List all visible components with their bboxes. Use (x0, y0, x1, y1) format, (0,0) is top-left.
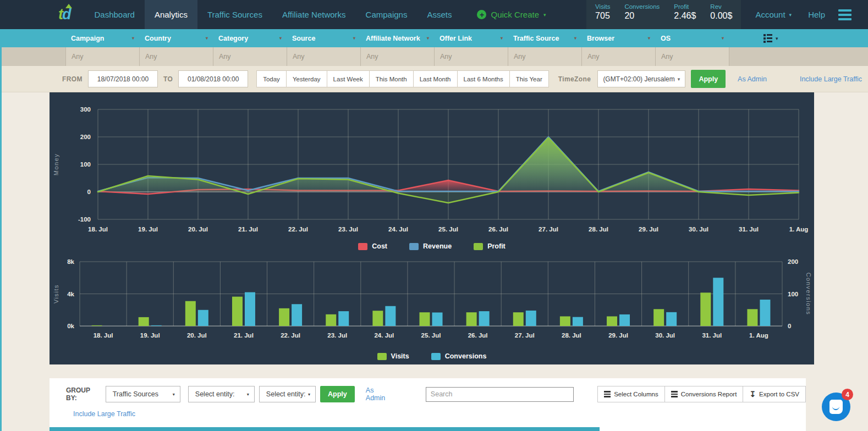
filter-column-header[interactable]: Browser ▾ (582, 35, 656, 42)
brand-logo-icon[interactable]: t d (58, 0, 70, 29)
groupby-include-large-traffic-link[interactable]: Include Large Traffic (73, 410, 135, 418)
filter-column-label: OS (661, 35, 671, 42)
include-large-traffic-link[interactable]: Include Large Traffic (800, 75, 862, 83)
filter-column-header[interactable]: Traffic Source ▾ (508, 35, 582, 42)
filter-column-header[interactable]: OS ▾ (656, 35, 729, 42)
sort-caret-icon: ▾ (501, 36, 503, 41)
nav-item[interactable]: Assets (417, 0, 462, 29)
svg-text:0k: 0k (67, 323, 74, 329)
sort-caret-icon: ▾ (574, 36, 576, 41)
date-to-input[interactable] (178, 70, 248, 87)
apply-button[interactable]: Apply (691, 70, 726, 88)
groupby-select-2-value: Select entity: (195, 390, 235, 398)
stat-label: Visits (595, 3, 610, 10)
chevron-down-icon: ▾ (776, 36, 778, 41)
groupby-as-admin-link[interactable]: As Admin (366, 386, 392, 402)
money-area-chart[interactable]: 3002001000-10018. Jul19. Jul20. Jul21. J… (50, 92, 814, 236)
filter-column-header[interactable]: Offer Link ▾ (435, 35, 508, 42)
quick-range-button[interactable]: This Month (369, 70, 414, 87)
visits-conversions-bar-chart[interactable]: 0k4k8k010020018. Jul19. Jul20. Jul21. Ju… (50, 254, 814, 346)
quick-range-button[interactable]: Last 6 Months (457, 70, 510, 87)
filter-column-header[interactable]: Country ▾ (140, 35, 213, 42)
svg-text:24. Jul: 24. Jul (374, 332, 394, 339)
filter-any-input[interactable] (582, 47, 655, 66)
svg-text:31. Jul: 31. Jul (739, 226, 759, 233)
legend-item[interactable]: Profit (474, 242, 506, 250)
legend-item[interactable]: Revenue (409, 242, 452, 250)
select-columns-button[interactable]: Select Columns (597, 386, 665, 402)
legend-item[interactable]: Cost (358, 242, 387, 250)
svg-text:18. Jul: 18. Jul (88, 226, 108, 233)
export-csv-button[interactable]: ↧ Export to CSV (743, 386, 806, 402)
chat-notification-badge: 4 (842, 389, 853, 400)
filter-column-header[interactable]: Campaign ▾ (66, 35, 140, 42)
charts-panel: 3002001000-10018. Jul19. Jul20. Jul21. J… (50, 92, 814, 364)
filter-any-input[interactable] (508, 47, 581, 66)
svg-text:Visits: Visits (53, 284, 59, 303)
legend-item[interactable]: Conversions (431, 352, 487, 360)
svg-text:23. Jul: 23. Jul (338, 226, 358, 233)
filter-column-header[interactable]: Source ▾ (287, 35, 361, 42)
svg-text:25. Jul: 25. Jul (438, 226, 458, 233)
groupby-select-1[interactable]: Traffic Sources ▾ (106, 386, 180, 402)
filter-input-cell (656, 47, 729, 66)
groupby-select-3[interactable]: Select entity: ▾ (259, 386, 316, 402)
svg-text:30. Jul: 30. Jul (655, 332, 675, 339)
filter-any-input[interactable] (435, 47, 508, 66)
date-from-input[interactable] (88, 70, 158, 87)
timezone-select[interactable]: (GMT+02:00) Jerusalem ▾ (597, 70, 685, 87)
svg-text:8k: 8k (67, 258, 74, 265)
filter-column-header[interactable]: Affiliate Network ▾ (361, 35, 435, 42)
filter-any-input[interactable] (66, 47, 139, 66)
stat-item: Rev 0.00$ (710, 3, 732, 21)
table-action-buttons: Select Columns Conversions Report ↧ Expo… (598, 386, 806, 402)
nav-item[interactable]: Dashboard (85, 0, 145, 29)
quick-range-button[interactable]: Last Week (327, 70, 370, 87)
account-label: Account (755, 10, 785, 19)
svg-text:23. Jul: 23. Jul (327, 332, 347, 339)
svg-text:300: 300 (80, 106, 91, 113)
filter-any-input[interactable] (361, 47, 434, 66)
quick-range-button[interactable]: Today (256, 70, 287, 87)
svg-text:0: 0 (788, 323, 791, 329)
legend-item[interactable]: Visits (377, 352, 409, 360)
filter-column-label: Country (145, 35, 171, 42)
filter-input-cell (582, 47, 656, 66)
help-link[interactable]: Help (808, 0, 825, 29)
filter-any-input[interactable] (140, 47, 213, 66)
filter-any-input[interactable] (213, 47, 287, 66)
to-label: TO (163, 75, 173, 83)
svg-text:100: 100 (788, 291, 798, 297)
nav-item[interactable]: Traffic Sources (197, 0, 272, 29)
legend-color-swatch (409, 243, 419, 250)
chat-widget-button[interactable]: 4 (822, 393, 850, 421)
as-admin-link[interactable]: As Admin (738, 75, 767, 83)
chevron-down-icon: ▾ (789, 12, 792, 18)
list-columns-icon (763, 34, 772, 43)
legend-color-swatch (358, 243, 367, 250)
svg-text:-100: -100 (78, 216, 91, 223)
filter-any-input[interactable] (287, 47, 360, 66)
logo-triangle-icon (65, 4, 72, 8)
filter-column-header[interactable]: Category ▾ (213, 35, 287, 42)
logo-letter-d: d (62, 6, 70, 23)
account-menu[interactable]: Account ▾ (755, 0, 792, 29)
nav-item[interactable]: Campaigns (356, 0, 417, 29)
groupby-select-2[interactable]: Select entity: ▾ (188, 386, 255, 402)
quick-range-button[interactable]: Yesterday (286, 70, 327, 87)
search-input[interactable] (426, 387, 574, 402)
quick-range-button[interactable]: This Year (509, 70, 549, 87)
nav-item[interactable]: Analytics (145, 0, 197, 29)
quick-create-button[interactable]: + Quick Create ▾ (477, 0, 546, 29)
groupby-apply-button[interactable]: Apply (320, 386, 355, 402)
columns-selector-button[interactable]: ▾ (763, 34, 778, 43)
from-label: FROM (62, 75, 83, 83)
svg-text:19. Jul: 19. Jul (138, 226, 158, 233)
nav-item[interactable]: Affiliate Networks (272, 0, 356, 29)
conversions-report-button[interactable]: Conversions Report (664, 386, 744, 402)
hamburger-menu-icon[interactable] (838, 0, 851, 29)
svg-text:Conversions: Conversions (805, 273, 812, 316)
svg-text:20. Jul: 20. Jul (188, 226, 208, 233)
quick-range-button[interactable]: Last Month (413, 70, 458, 87)
filter-any-input[interactable] (656, 47, 729, 66)
